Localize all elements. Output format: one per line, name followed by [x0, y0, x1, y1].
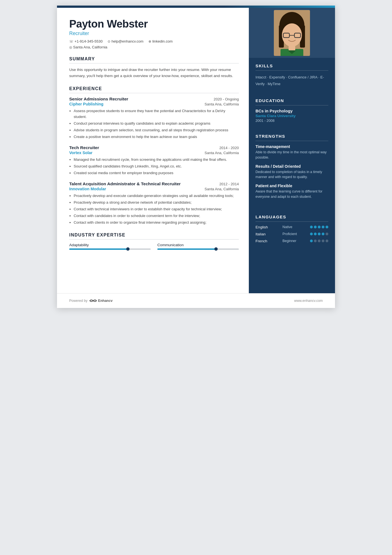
bullet-3-5: Contact with clients in order to organiz…: [74, 219, 239, 225]
left-column: Payton Webster Recruiter ☏ +1-914-345-55…: [57, 8, 249, 293]
expertise-label-1: Adaptability: [69, 243, 151, 247]
footer-left: Powered by Enhancv: [69, 299, 113, 303]
job-company-row-1: Cipher Publishing Santa Ana, California: [69, 102, 239, 106]
job-dates-2: 2014 - 2020: [219, 146, 239, 150]
expertise-divider: [69, 239, 239, 240]
strength-name-3: Patient and Flexible: [255, 184, 328, 188]
bullet-1-4: Create a positive team environment to he…: [74, 134, 239, 140]
lang-dots-italian: [310, 233, 328, 235]
skills-text: Intacct · Expensify · Confluence / JIRA …: [255, 74, 328, 87]
education-title: EDUCATION: [255, 98, 328, 103]
dot-e-4: [322, 226, 324, 228]
dot-i-4: [322, 233, 324, 235]
dot-e-3: [318, 226, 321, 228]
dot-i-1: [310, 233, 313, 235]
bullet-3-1: Proactively develop and execute candidat…: [74, 193, 239, 199]
expertise-dot-1: [126, 247, 130, 251]
top-accent-bar: [57, 6, 335, 8]
dot-f-2: [314, 240, 317, 242]
job-header-3: Talent Acquisition Administrator & Techn…: [69, 181, 239, 186]
strength-item-1: Time-management Able to divide my time i…: [255, 144, 328, 160]
contact-location: ◎ Santa Ana, California: [69, 45, 239, 49]
summary-section: SUMMARY Use this opportunity to intrigue…: [69, 56, 239, 79]
email-icon: ⊙: [108, 39, 110, 43]
job-bullets-3: Proactively develop and execute candidat…: [69, 193, 239, 225]
lang-level-italian: Proficient: [282, 232, 302, 236]
strengths-title: STRENGTHS: [255, 134, 328, 139]
job-company-3: Innovation Modular: [69, 187, 106, 191]
job-header-2: Tech Recruiter 2014 - 2020: [69, 145, 239, 150]
spacer: [69, 250, 239, 283]
bullet-2-1: Managed the full recruitment cycle, from…: [74, 157, 239, 162]
powered-by-label: Powered by: [69, 299, 88, 303]
enhancv-logo-icon: [89, 299, 97, 303]
link-icon: ⊗: [148, 39, 151, 43]
dot-e-5: [326, 226, 328, 228]
job-role-2: Tech Recruiter: [69, 145, 99, 150]
strength-name-2: Results / Detail Oriented: [255, 164, 328, 169]
job-location-3: Santa Ana, California: [205, 187, 239, 191]
bullet-3-4: Contact with candidates in order to sche…: [74, 213, 239, 219]
experience-section: EXPERIENCE Senior Admissions Recruiter 2…: [69, 86, 239, 225]
name-block: Payton Webster Recruiter: [69, 18, 239, 36]
strength-desc-1: Able to divide my time in the most optim…: [255, 150, 328, 160]
candidate-title: Recruiter: [69, 31, 239, 36]
dot-i-3: [318, 233, 321, 235]
dot-f-3: [318, 240, 321, 242]
skills-divider: [255, 70, 328, 71]
expertise-dot-2: [214, 247, 218, 251]
bullet-3-2: Proactively develop a strong and diverse…: [74, 199, 239, 205]
dot-f-1: [310, 240, 313, 242]
skills-section: SKILLS Intacct · Expensify · Confluence …: [249, 58, 335, 87]
dot-f-5: [326, 240, 328, 242]
bullet-2-3: Created social media content for employe…: [74, 170, 239, 176]
strength-name-1: Time-management: [255, 144, 328, 149]
languages-title: LANGUAGES: [255, 214, 328, 219]
summary-text: Use this opportunity to intrigue and dra…: [69, 67, 239, 79]
lang-row-english: English Native: [255, 225, 328, 229]
expertise-section: INDUSTRY EXPERTISE Adaptability Communic…: [69, 233, 239, 250]
job-entry-3: Talent Acquisition Administrator & Techn…: [69, 181, 239, 225]
languages-divider: [255, 221, 328, 222]
photo-area: [249, 8, 335, 58]
education-divider: [255, 105, 328, 105]
phone-value: +1-914-345-5530: [75, 39, 103, 43]
expertise-bar-2: [157, 248, 239, 250]
languages-section: LANGUAGES English Native It: [249, 209, 335, 246]
strengths-divider: [255, 141, 328, 141]
contact-email: ⊙ help@enhancv.com: [108, 39, 143, 43]
expertise-title: INDUSTRY EXPERTISE: [69, 233, 239, 238]
bullet-1-1: Assess prospective students to ensure th…: [74, 108, 239, 120]
job-role-1: Senior Admissions Recruiter: [69, 97, 128, 102]
bullet-1-3: Advise students in program selection, te…: [74, 127, 239, 133]
experience-title: EXPERIENCE: [69, 86, 239, 91]
svg-rect-9: [289, 45, 295, 50]
resume-body: Payton Webster Recruiter ☏ +1-914-345-55…: [57, 8, 335, 293]
strengths-section: STRENGTHS Time-management Able to divide…: [249, 128, 335, 203]
expertise-fill-1: [69, 248, 128, 250]
job-location-1: Santa Ana, California: [205, 102, 239, 106]
strength-item-3: Patient and Flexible Aware that the lear…: [255, 184, 328, 199]
job-header-1: Senior Admissions Recruiter 2020 - Ongoi…: [69, 97, 239, 102]
dot-f-4: [322, 240, 324, 242]
bullet-3-3: Contact with technical interviewers in o…: [74, 206, 239, 212]
expertise-item-2: Communication: [157, 243, 239, 250]
education-years: 2001 - 2008: [255, 119, 328, 123]
summary-title: SUMMARY: [69, 56, 239, 61]
education-degree: BCs in Psychology: [255, 109, 328, 113]
education-section: EDUCATION BCs in Psychology Santa Clara …: [249, 93, 335, 123]
lang-name-english: English: [255, 225, 274, 229]
lang-level-french: Beginner: [282, 239, 302, 243]
lang-name-italian: Italian: [255, 232, 274, 236]
dot-i-2: [314, 233, 317, 235]
expertise-grid: Adaptability Communication: [69, 243, 239, 250]
job-dates-3: 2012 - 2014: [219, 182, 239, 186]
strength-desc-3: Aware that the learning curve is differe…: [255, 189, 328, 199]
strength-item-2: Results / Detail Oriented Dedicated to c…: [255, 164, 328, 180]
dot-i-5: [326, 233, 328, 235]
profile-photo: [274, 10, 310, 56]
job-entry-2: Tech Recruiter 2014 - 2020 Vortex Solar …: [69, 145, 239, 176]
job-bullets-2: Managed the full recruitment cycle, from…: [69, 157, 239, 176]
summary-divider: [69, 63, 239, 63]
footer-website: www.enhancv.com: [294, 299, 323, 303]
